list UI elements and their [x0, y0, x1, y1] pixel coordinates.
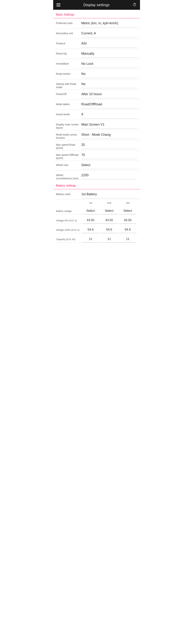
battery-col-empty [56, 202, 82, 204]
basic-row-13: Max speed OffRoad (km/h)70 [53, 150, 140, 160]
basic-row-value-8[interactable]: Road/OffRoad [82, 102, 137, 108]
basic-settings-list: Preferred unitsMetric (km, m, kph=km/h)S… [53, 19, 140, 181]
page-title: Display settings [84, 3, 110, 7]
basic-row-value-2[interactable]: ASI [82, 42, 137, 48]
basic-row-label-3: Reset trip [56, 52, 82, 55]
battery-cell-1-1[interactable]: 43.55 [100, 218, 118, 224]
battery-row-label-1: Voltage 0% (0.01 V) [56, 219, 82, 224]
basic-row-value-11[interactable]: Short - Mode Chang [82, 133, 137, 139]
battery-row-1: Voltage 0% (0.01 V)43.5543.5543.55 [56, 214, 137, 224]
basic-row-15: Wheel circumference (mm)2200 [53, 171, 140, 181]
battery-settings-header: Battery settings [53, 181, 140, 189]
basic-row-6: Startup with Road modeNo [53, 80, 140, 90]
basic-settings-header: Basic Settings [53, 10, 140, 18]
basic-row-value-7[interactable]: After 10 hours [82, 92, 137, 98]
battery-row-label-2: Voltage 100% (0.01 V) [56, 228, 82, 233]
basic-row-label-0: Preferred units [56, 21, 82, 25]
basic-row-value-12[interactable]: 25 [82, 143, 137, 149]
battery-col-2nd: 2nd [100, 202, 118, 204]
battery-cell-0-0[interactable]: Select [82, 209, 100, 214]
basic-row-14: Wheel sizeSelect [53, 160, 140, 171]
battery-row-label-0: Battery voltage [56, 209, 82, 214]
basic-row-value-5[interactable]: No [82, 72, 137, 78]
battery-cell-2-1[interactable]: 54.6 [100, 228, 118, 233]
basic-row-label-14: Wheel size [56, 163, 82, 167]
basic-row-label-11: Mode button press function [56, 133, 82, 140]
battery-row-2: Voltage 100% (0.01 V)54.654.654.6 [56, 224, 137, 233]
basic-row-5: Road restrictNo [53, 69, 140, 80]
basic-row-value-1[interactable]: Current, A [82, 31, 137, 38]
basic-row-label-1: Secondary unit [56, 31, 82, 35]
battery-col-3rd: 3rd [118, 202, 137, 204]
basic-row-value-14[interactable]: Select [82, 163, 137, 169]
basic-row-label-13: Max speed OffRoad (km/h) [56, 153, 82, 160]
basic-row-label-2: Protocol [56, 42, 82, 45]
basic-row-9: Assist levels9 [53, 110, 140, 120]
basic-row-value-15[interactable]: 2200 [82, 173, 137, 179]
battery-row-0: Battery voltageSelectSelectSelect [56, 205, 137, 214]
basic-row-8: Mode labelsRoad/OffRoad [53, 100, 140, 110]
battery-cell-3-1[interactable]: 11 [100, 237, 118, 242]
basic-row-4: ImmobilizerNo Lock [53, 59, 140, 69]
battery-table: 1st 2nd 3rd Battery voltageSelectSelectS… [53, 200, 140, 245]
battery-table-header-row: 1st 2nd 3rd [56, 200, 137, 205]
battery-col-1st: 1st [82, 202, 100, 204]
battery-cell-0-2[interactable]: Select [119, 209, 136, 214]
basic-row-1: Secondary unitCurrent, A [53, 29, 140, 39]
basic-row-value-0[interactable]: Metric (km, m, kph=km/h) [82, 21, 137, 27]
basic-row-label-8: Mode labels [56, 102, 82, 106]
battery-cell-2-0[interactable]: 54.6 [82, 228, 100, 233]
battery-cell-0-1[interactable]: Select [100, 209, 118, 214]
battery-cell-1-2[interactable]: 43.55 [119, 218, 136, 224]
basic-row-11: Mode button press functionShort - Mode C… [53, 130, 140, 140]
basic-row-3: Reset tripManually [53, 49, 140, 59]
menu-button[interactable] [56, 4, 60, 6]
basic-row-12: Max speed Road (km/h)25 [53, 140, 140, 150]
basic-row-0: Preferred unitsMetric (km, m, kph=km/h) [53, 19, 140, 29]
basic-row-value-9[interactable]: 9 [82, 112, 137, 118]
basic-row-value-10[interactable]: Main Screen V1 [82, 122, 137, 129]
basic-row-label-9: Assist levels [56, 112, 82, 116]
battery-row-label-3: Capacity (0.01 Ah) [56, 238, 82, 242]
basic-row-value-6[interactable]: No [82, 82, 137, 88]
basic-row-value-3[interactable]: Manually [82, 52, 137, 58]
battery-cell-3-0[interactable]: 11 [82, 237, 100, 242]
basic-row-7: PowerOffAfter 10 hours [53, 90, 140, 100]
speedometer-icon[interactable]: ⏱ [132, 2, 136, 7]
battery-data-rows: Battery voltageSelectSelectSelectVoltage… [56, 205, 137, 243]
battery-cell-2-2[interactable]: 54.6 [119, 228, 136, 233]
battery-used-row: Battery used 1st Battery [53, 190, 140, 200]
basic-row-label-10: Display main screen layout [56, 122, 82, 130]
basic-row-label-7: PowerOff [56, 92, 82, 96]
basic-row-label-6: Startup with Road mode [56, 82, 82, 89]
basic-row-label-15: Wheel circumference (mm) [56, 173, 82, 180]
battery-cell-3-2[interactable]: 11 [119, 237, 136, 242]
battery-used-value[interactable]: 1st Battery [82, 192, 137, 198]
basic-row-label-4: Immobilizer [56, 62, 82, 65]
battery-used-label: Battery used [56, 192, 82, 196]
battery-row-3: Capacity (0.01 Ah)111111 [56, 233, 137, 243]
basic-row-10: Display main screen layoutMain Screen V1 [53, 120, 140, 130]
app-header: Display settings ⏱ [53, 0, 140, 10]
basic-row-value-4[interactable]: No Lock [82, 62, 137, 68]
basic-row-label-5: Road restrict [56, 72, 82, 76]
battery-cell-1-0[interactable]: 43.55 [82, 218, 100, 224]
basic-row-2: ProtocolASI [53, 39, 140, 49]
basic-row-value-13[interactable]: 70 [82, 153, 137, 159]
basic-row-label-12: Max speed Road (km/h) [56, 143, 82, 150]
